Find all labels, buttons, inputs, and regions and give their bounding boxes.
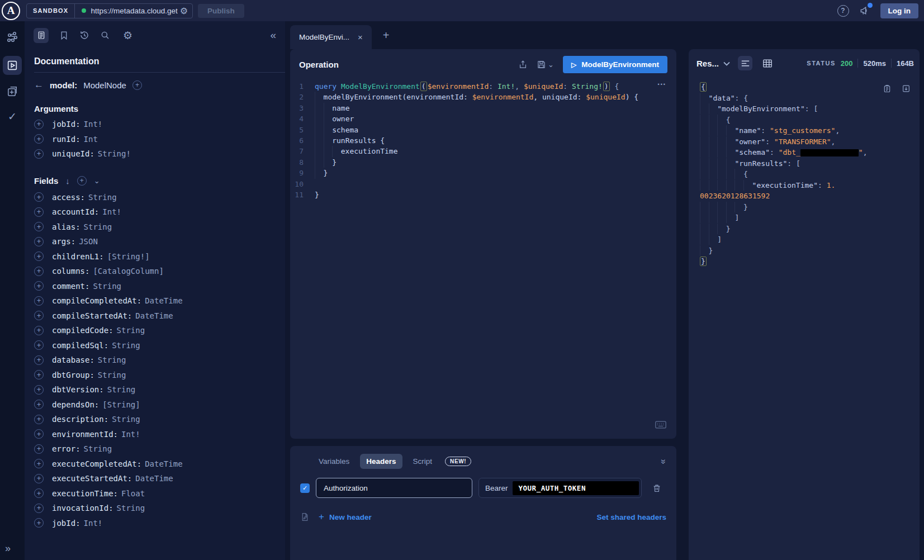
field-row[interactable]: +compileCompletedAt:DateTime xyxy=(25,293,285,309)
sort-fields-icon[interactable]: ↓ xyxy=(65,176,70,186)
field-row[interactable]: +childrenL1:[String!] xyxy=(25,249,285,264)
new-header-button[interactable]: + New header xyxy=(319,511,372,523)
fields-options-chevron-icon[interactable]: ⌄ xyxy=(94,177,100,185)
field-type[interactable]: Float xyxy=(121,489,145,498)
back-arrow-icon[interactable]: ← xyxy=(34,79,44,91)
schema-graph-icon[interactable] xyxy=(6,30,19,44)
field-type[interactable]: DateTime xyxy=(145,296,182,305)
field-type[interactable]: DateTime xyxy=(135,311,173,320)
add-to-query-icon[interactable]: + xyxy=(34,281,44,291)
add-to-query-icon[interactable]: + xyxy=(34,400,44,409)
add-to-query-icon[interactable]: + xyxy=(34,355,44,365)
add-all-fields-icon[interactable]: + xyxy=(77,176,87,186)
add-field-icon[interactable]: + xyxy=(132,80,142,90)
bookmarks-icon[interactable] xyxy=(59,31,69,40)
operation-tab[interactable]: ModelByEnvi... × xyxy=(290,25,372,49)
field-row[interactable]: +invocationId:String xyxy=(25,501,285,516)
documentation-tab-icon[interactable] xyxy=(34,28,49,43)
field-type[interactable]: DateTime xyxy=(135,474,173,483)
code-line[interactable]: 3name xyxy=(290,103,676,113)
field-type[interactable]: Int xyxy=(84,135,98,144)
field-type[interactable]: String xyxy=(117,326,145,335)
run-operation-button[interactable]: ▷ ModelByEnvironment xyxy=(563,56,667,73)
field-type[interactable]: [String] xyxy=(102,400,140,409)
field-type[interactable]: String xyxy=(112,341,140,350)
field-row[interactable]: +comment:String xyxy=(25,279,285,294)
add-to-query-icon[interactable]: + xyxy=(34,222,44,231)
code-line[interactable]: 5schema xyxy=(290,125,676,135)
explorer-nav-icon[interactable] xyxy=(3,56,22,75)
header-enabled-checkbox[interactable]: ✓ xyxy=(300,483,310,493)
add-to-query-icon[interactable]: + xyxy=(34,340,44,350)
field-type[interactable]: String xyxy=(88,193,117,202)
argument-row[interactable]: +jobId:Int! xyxy=(25,117,285,132)
add-to-query-icon[interactable]: + xyxy=(34,311,44,320)
search-icon[interactable] xyxy=(100,30,110,40)
code-line[interactable]: 4owner xyxy=(290,113,676,124)
field-row[interactable]: +alias:String xyxy=(25,220,285,235)
field-row[interactable]: +executeStartedAt:DateTime xyxy=(25,471,285,486)
field-type[interactable]: JSON xyxy=(79,237,98,246)
code-line[interactable]: 8} xyxy=(290,157,676,168)
connection-settings-gear-icon[interactable]: ⚙ xyxy=(180,6,188,16)
breadcrumb-type-name[interactable]: ModelNode xyxy=(83,80,126,90)
code-line[interactable]: 11} xyxy=(290,189,676,200)
add-to-query-icon[interactable]: + xyxy=(34,149,44,159)
add-to-query-icon[interactable]: + xyxy=(34,207,44,217)
save-operation-icon[interactable]: ⌄ xyxy=(537,60,554,69)
table-view-icon[interactable] xyxy=(760,56,775,70)
new-tab-icon[interactable]: + xyxy=(383,29,390,42)
edit-headers-document-icon[interactable] xyxy=(300,512,310,522)
add-to-query-icon[interactable]: + xyxy=(34,474,44,483)
field-type[interactable]: Int! xyxy=(102,207,121,216)
field-row[interactable]: +access:String xyxy=(25,190,285,205)
field-type[interactable]: String xyxy=(112,415,140,424)
add-to-query-icon[interactable]: + xyxy=(34,415,44,424)
field-row[interactable]: +database:String xyxy=(25,353,285,368)
delete-header-icon[interactable] xyxy=(652,483,661,493)
graphql-editor[interactable]: 1query ModelByEnvironment($environmentId… xyxy=(290,79,676,200)
tab-variables[interactable]: Variables xyxy=(312,454,356,469)
add-to-query-icon[interactable]: + xyxy=(34,385,44,395)
tab-script[interactable]: Script xyxy=(407,454,439,469)
field-type[interactable]: String xyxy=(93,282,121,291)
field-type[interactable]: String xyxy=(84,222,112,231)
login-button[interactable]: Log in xyxy=(880,3,919,18)
field-type[interactable]: String xyxy=(117,504,145,512)
field-type[interactable]: String xyxy=(98,355,126,364)
argument-row[interactable]: +uniqueId:String! xyxy=(25,146,285,162)
field-type[interactable]: [CatalogColumn] xyxy=(93,267,163,276)
field-row[interactable]: +compiledSql:String xyxy=(25,338,285,353)
field-row[interactable]: +executionTime:Float xyxy=(25,486,285,501)
endpoint-url-input[interactable]: https://metadata.cloud.get xyxy=(91,7,177,15)
editor-more-options-icon[interactable]: ••• xyxy=(658,82,666,87)
save-options-chevron-icon[interactable]: ⌄ xyxy=(548,60,554,69)
field-row[interactable]: +columns:[CatalogColumn] xyxy=(25,264,285,279)
add-to-query-icon[interactable]: + xyxy=(34,134,44,144)
collapse-sidebar-icon[interactable]: « xyxy=(270,29,276,41)
field-type[interactable]: String! xyxy=(98,149,131,158)
code-line[interactable]: 2modelByEnvironment(environmentId: $envi… xyxy=(290,92,676,102)
field-row[interactable]: +compiledCode:String xyxy=(25,323,285,338)
add-to-query-icon[interactable]: + xyxy=(34,251,44,261)
field-row[interactable]: +error:String xyxy=(25,442,285,457)
explorer-settings-gear-icon[interactable]: ⚙ xyxy=(123,29,132,42)
keyboard-shortcuts-icon[interactable] xyxy=(655,421,666,429)
field-row[interactable]: +dependsOn:[String] xyxy=(25,397,285,412)
add-to-query-icon[interactable]: + xyxy=(34,370,44,379)
publish-button[interactable]: Publish xyxy=(198,4,244,18)
add-to-query-icon[interactable]: + xyxy=(34,504,44,513)
announcements-megaphone-icon[interactable] xyxy=(859,5,870,16)
download-response-icon[interactable] xyxy=(902,84,911,93)
field-type[interactable]: String xyxy=(107,385,136,394)
add-to-query-icon[interactable]: + xyxy=(34,459,44,468)
field-row[interactable]: +executeCompletedAt:DateTime xyxy=(25,457,285,472)
code-line[interactable]: 1query ModelByEnvironment($environmentId… xyxy=(290,81,676,92)
add-to-query-icon[interactable]: + xyxy=(34,296,44,306)
apollo-logo[interactable]: A xyxy=(2,2,20,20)
field-row[interactable]: +dbtVersion:String xyxy=(25,382,285,397)
add-to-query-icon[interactable]: + xyxy=(34,429,44,439)
raw-view-icon[interactable] xyxy=(738,56,752,70)
field-type[interactable]: String xyxy=(98,371,126,379)
checks-nav-icon[interactable]: ✓ xyxy=(8,110,17,123)
